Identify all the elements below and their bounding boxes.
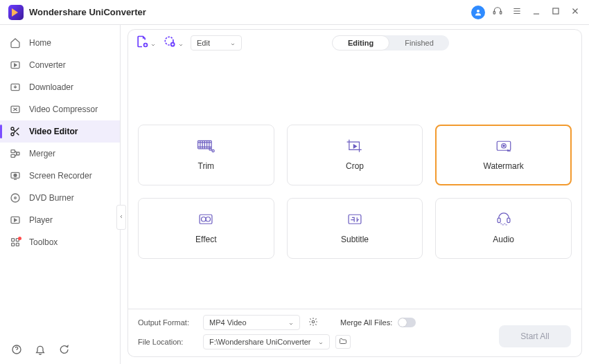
- start-all-label: Start All: [520, 331, 549, 341]
- sidebar-item-toolbox[interactable]: Toolbox: [0, 231, 120, 253]
- chat-icon: [58, 344, 69, 357]
- add-circle-icon: [163, 35, 177, 51]
- gear-icon: [308, 317, 318, 328]
- download-icon: [10, 82, 21, 93]
- tool-label: Crop: [346, 161, 364, 171]
- merge-icon: [10, 148, 21, 159]
- minimize-button[interactable]: [528, 4, 545, 21]
- svg-rect-1: [493, 12, 495, 14]
- sidebar-item-dvd-burner[interactable]: DVD Burner: [0, 187, 120, 209]
- help-button[interactable]: [10, 343, 24, 357]
- svg-rect-35: [498, 218, 500, 223]
- editor-toolbar: Edit Editing Finished: [128, 29, 581, 55]
- sidebar: Home Converter Downloader Video Compress…: [0, 25, 121, 364]
- sidebar-bottom: [0, 336, 120, 364]
- status-tabs: Editing Finished: [332, 35, 449, 51]
- tool-label: Watermark: [484, 161, 524, 171]
- tool-grid: Trim Crop Watermark: [128, 55, 581, 309]
- chevron-down-icon: [288, 320, 294, 325]
- converter-icon: [10, 60, 21, 71]
- subtitle-icon: [346, 212, 364, 228]
- sidebar-item-label: Downloader: [29, 82, 73, 92]
- feedback-button[interactable]: [57, 343, 71, 357]
- effect-icon: [197, 212, 215, 228]
- tool-watermark[interactable]: Watermark: [435, 125, 572, 185]
- tool-crop[interactable]: Crop: [287, 125, 423, 185]
- maximize-button[interactable]: [547, 4, 564, 21]
- sidebar-item-label: Merger: [29, 149, 55, 158]
- output-format-select[interactable]: MP4 Video: [203, 315, 300, 330]
- tab-editing[interactable]: Editing: [332, 35, 389, 51]
- output-settings-button[interactable]: [306, 316, 321, 329]
- start-all-button[interactable]: Start All: [499, 325, 571, 347]
- add-file-button[interactable]: [135, 35, 156, 51]
- merge-all-control: Merge All Files:: [340, 318, 416, 327]
- sidebar-item-converter[interactable]: Converter: [0, 54, 120, 76]
- sidebar-item-label: DVD Burner: [29, 193, 74, 203]
- disc-icon: [10, 192, 21, 203]
- trim-icon: [197, 139, 215, 154]
- tool-trim[interactable]: Trim: [138, 125, 274, 185]
- svg-point-0: [477, 10, 480, 12]
- svg-rect-11: [17, 152, 19, 155]
- tool-effect[interactable]: Effect: [138, 198, 274, 259]
- close-icon: [570, 6, 580, 18]
- play-icon: [10, 215, 21, 226]
- account-button[interactable]: [470, 4, 486, 21]
- sidebar-item-label: Player: [29, 215, 53, 225]
- chevron-down-icon: [150, 40, 156, 46]
- sidebar-item-player[interactable]: Player: [0, 209, 120, 231]
- sidebar-item-compressor[interactable]: Video Compressor: [0, 98, 120, 120]
- file-location-select[interactable]: F:\Wondershare UniConverter: [203, 334, 330, 349]
- nav-list: Home Converter Downloader Video Compress…: [0, 25, 120, 253]
- svg-rect-36: [507, 218, 510, 223]
- file-location-label: File Location:: [138, 338, 197, 346]
- svg-rect-20: [16, 243, 19, 246]
- svg-point-33: [206, 217, 211, 222]
- tool-audio[interactable]: Audio: [435, 198, 572, 259]
- svg-rect-17: [12, 239, 15, 242]
- svg-point-13: [14, 174, 17, 176]
- output-format-label: Output Format:: [138, 318, 197, 327]
- sidebar-item-label: Screen Recorder: [29, 171, 92, 181]
- crop-icon: [346, 139, 364, 154]
- sidebar-item-screen-recorder[interactable]: Screen Recorder: [0, 165, 120, 187]
- tab-finished[interactable]: Finished: [389, 35, 449, 51]
- svg-point-14: [11, 194, 19, 202]
- merge-toggle[interactable]: [398, 318, 416, 327]
- scissors-icon: [10, 126, 21, 137]
- sidebar-item-downloader[interactable]: Downloader: [0, 76, 120, 98]
- user-icon: [471, 6, 485, 19]
- support-button[interactable]: [489, 4, 506, 21]
- tab-label: Editing: [348, 39, 373, 47]
- close-button[interactable]: [567, 4, 583, 21]
- app-logo: [8, 5, 24, 20]
- svg-point-26: [209, 148, 211, 150]
- sidebar-item-home[interactable]: Home: [0, 32, 120, 54]
- home-icon: [10, 37, 21, 48]
- chevron-left-icon: [118, 212, 124, 222]
- help-icon: [11, 344, 22, 357]
- svg-point-15: [15, 197, 17, 199]
- svg-rect-34: [349, 215, 361, 224]
- chevron-down-icon: [178, 40, 184, 46]
- svg-point-8: [11, 133, 14, 136]
- sidebar-item-video-editor[interactable]: Video Editor: [0, 120, 120, 143]
- folder-icon: [339, 337, 347, 347]
- sidebar-item-label: Video Compressor: [29, 104, 98, 114]
- svg-point-32: [202, 217, 206, 222]
- sidebar-item-merger[interactable]: Merger: [0, 143, 120, 165]
- svg-rect-10: [11, 154, 15, 157]
- tool-subtitle[interactable]: Subtitle: [287, 198, 423, 259]
- sidebar-collapse-button[interactable]: [116, 205, 126, 230]
- audio-icon: [495, 212, 513, 228]
- notifications-button[interactable]: [33, 343, 47, 357]
- add-resource-button[interactable]: [163, 35, 184, 51]
- tool-label: Effect: [195, 235, 216, 244]
- maximize-icon: [551, 6, 561, 18]
- open-folder-button[interactable]: [335, 335, 351, 349]
- edit-mode-select[interactable]: Edit: [191, 35, 242, 51]
- chevron-down-icon: [230, 40, 236, 46]
- menu-button[interactable]: [509, 4, 525, 21]
- tool-label: Trim: [198, 161, 215, 171]
